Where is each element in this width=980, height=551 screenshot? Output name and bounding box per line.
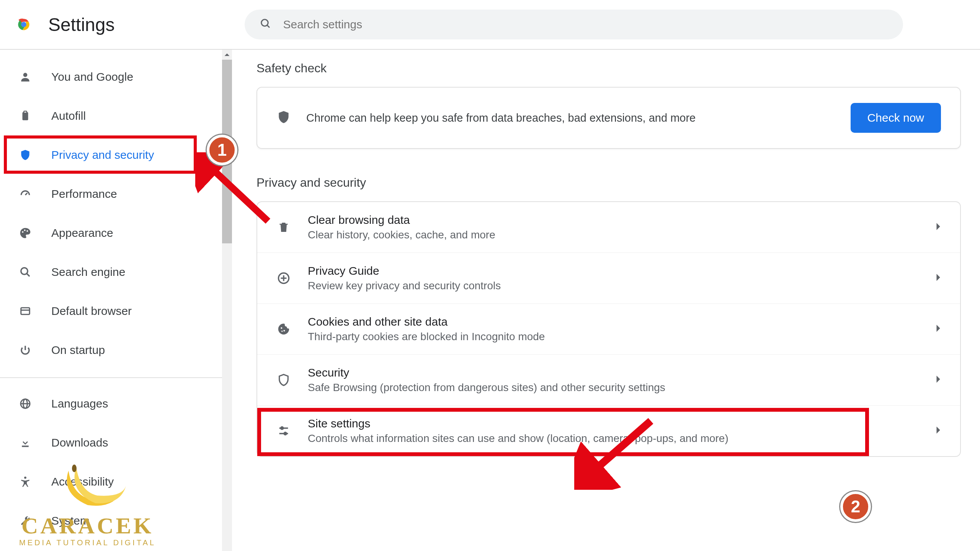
sidebar-item-label: Accessibility [51, 475, 114, 488]
row-title: Security [308, 366, 936, 379]
sidebar-item-you-and-google[interactable]: You and Google [0, 57, 222, 96]
download-icon [18, 436, 32, 450]
svg-point-24 [281, 327, 282, 329]
sidebar-item-label: Performance [51, 187, 117, 201]
sidebar-item-privacy-and-security[interactable]: Privacy and security [0, 135, 222, 174]
sidebar-item-label: Search engine [51, 266, 125, 279]
chevron-right-icon [936, 273, 942, 283]
svg-point-12 [21, 268, 28, 275]
svg-rect-14 [21, 308, 30, 315]
row-title: Privacy Guide [308, 264, 936, 277]
header: Settings [0, 0, 980, 50]
sidebar-item-label: Languages [51, 397, 108, 410]
scrollbar[interactable] [222, 50, 232, 551]
sliders-icon [276, 423, 292, 439]
svg-point-25 [283, 330, 285, 331]
row-title: Clear browsing data [308, 214, 936, 227]
globe-icon [18, 397, 32, 411]
search-box[interactable] [245, 10, 903, 39]
sidebar-item-system[interactable]: System [0, 501, 222, 540]
row-desc: Safe Browsing (protection from dangerous… [308, 381, 936, 394]
compass-icon [276, 270, 292, 286]
sidebar-item-default-browser[interactable]: Default browser [0, 292, 222, 331]
sidebar-item-label: You and Google [51, 70, 133, 83]
clipboard-icon [18, 109, 32, 123]
accessibility-icon [18, 475, 32, 489]
sidebar-item-label: System [51, 514, 90, 527]
sidebar-item-performance[interactable]: Performance [0, 174, 222, 214]
sidebar-item-on-startup[interactable]: On startup [0, 331, 222, 370]
sidebar: You and Google Autofill Privacy and secu… [0, 50, 222, 551]
svg-point-5 [23, 73, 28, 77]
svg-rect-7 [24, 111, 27, 113]
row-privacy-guide[interactable]: Privacy Guide Review key privacy and sec… [257, 253, 960, 304]
sidebar-item-downloads[interactable]: Downloads [0, 423, 222, 462]
row-cookies[interactable]: Cookies and other site data Third-party … [257, 304, 960, 355]
svg-point-28 [281, 427, 283, 429]
cookie-icon [276, 321, 292, 337]
power-icon [18, 343, 32, 357]
chevron-right-icon [936, 426, 942, 436]
chevron-right-icon [936, 324, 942, 334]
annotation-arrow-2 [574, 413, 662, 490]
annotation-arrow-1 [195, 152, 276, 229]
chevron-right-icon [936, 222, 942, 232]
trash-icon [276, 219, 292, 235]
shield-check-icon [18, 148, 32, 162]
scroll-up-icon[interactable] [222, 50, 232, 60]
svg-rect-19 [22, 446, 29, 447]
svg-point-11 [26, 230, 28, 232]
annotation-marker-2: 2 [840, 491, 871, 522]
row-desc: Clear history, cookies, cache, and more [308, 229, 936, 241]
chevron-right-icon [936, 375, 942, 385]
svg-line-32 [590, 421, 651, 474]
svg-point-30 [284, 432, 286, 435]
sidebar-item-label: Appearance [51, 227, 113, 240]
svg-point-9 [22, 231, 23, 233]
safety-check-text: Chrome can help keep you safe from data … [306, 112, 851, 124]
svg-line-31 [207, 164, 268, 221]
speedometer-icon [18, 187, 32, 201]
row-desc: Review key privacy and security controls [308, 280, 936, 292]
shield-icon [276, 110, 291, 126]
annotation-marker-1: 1 [207, 135, 237, 165]
row-security[interactable]: Security Safe Browsing (protection from … [257, 355, 960, 406]
chrome-logo-icon [15, 16, 32, 33]
search-icon [260, 18, 271, 31]
sidebar-item-languages[interactable]: Languages [0, 384, 222, 423]
sidebar-item-label: Default browser [51, 305, 132, 318]
sidebar-item-label: Privacy and security [51, 148, 154, 161]
sidebar-item-autofill[interactable]: Autofill [0, 96, 222, 135]
svg-point-3 [261, 20, 268, 26]
search-icon [18, 265, 32, 279]
safety-check-heading: Safety check [256, 61, 961, 75]
svg-point-10 [24, 230, 26, 231]
row-title: Cookies and other site data [308, 315, 936, 328]
sidebar-item-appearance[interactable]: Appearance [0, 214, 222, 253]
svg-point-26 [281, 331, 283, 332]
privacy-security-heading: Privacy and security [256, 176, 961, 190]
palette-icon [18, 226, 32, 240]
sidebar-divider [0, 377, 222, 378]
shield-icon [276, 372, 292, 388]
svg-point-20 [24, 476, 26, 479]
safety-check-card: Chrome can help keep you safe from data … [256, 87, 961, 149]
sidebar-item-search-engine[interactable]: Search engine [0, 253, 222, 292]
wrench-icon [18, 514, 32, 528]
page-title: Settings [48, 14, 114, 35]
search-input[interactable] [283, 18, 888, 31]
person-icon [18, 70, 32, 84]
svg-line-13 [27, 274, 30, 277]
svg-line-4 [267, 25, 270, 28]
sidebar-item-label: On startup [51, 344, 105, 357]
sidebar-item-label: Downloads [51, 436, 108, 449]
svg-line-8 [25, 193, 27, 195]
row-desc: Third-party cookies are blocked in Incog… [308, 331, 936, 343]
check-now-button[interactable]: Check now [851, 103, 941, 133]
row-clear-browsing-data[interactable]: Clear browsing data Clear history, cooki… [257, 202, 960, 253]
sidebar-item-accessibility[interactable]: Accessibility [0, 462, 222, 501]
browser-window-icon [18, 304, 32, 318]
sidebar-item-label: Autofill [51, 109, 86, 122]
